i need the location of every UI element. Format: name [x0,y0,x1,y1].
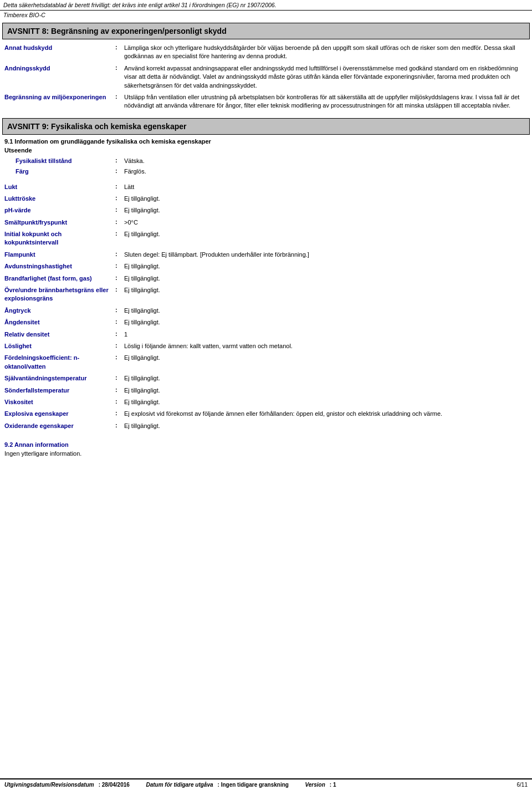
section9-row-4: Initial kokpunkt och kokpunktsintervall … [4,230,528,247]
section92-title: 9.2 Annan information [4,441,528,448]
section9-row-7: Brandfarlighet (fast form, gas) : Ej til… [4,274,528,283]
value-s9-13: Ej tillgängligt. [124,354,528,362]
colon-s9-14: : [115,374,124,381]
value-farg: Färglös. [124,167,528,176]
section9-row-18: Oxiderande egenskaper : Ej tillgängligt. [4,422,528,430]
company-name: Timberex BIO-C [0,11,532,21]
label-andningsskydd: Andningsskydd [4,64,115,73]
label-annat-hudskydd: Annat hudskydd [4,44,115,52]
section9-row-17: Explosiva egenskaper : Ej explosivt vid … [4,410,528,418]
label-s9-2: pH-värde [4,206,115,215]
value-s9-16: Ej tillgängligt. [124,398,528,406]
section9-row-15: Sönderfallstemperatur : Ej tillgängligt. [4,386,528,395]
value-miljoexponeringen: Utsläpp från ventilation eller utrustnin… [124,93,528,110]
section9-row-12: Löslighet : Löslig i följande ämnen: kal… [4,342,528,350]
section9-row-16: Viskositet : Ej tillgängligt. [4,398,528,406]
section91-title: 9.1 Information om grundläggande fysikal… [4,138,532,145]
footer-value1: : 28/04/2016 [99,782,130,788]
footer-label1: Utgivningsdatum/Revisionsdatum [4,782,94,788]
colon-annat-hudskydd: : [115,44,124,50]
row-andningsskydd: Andningsskydd : Använd korrekt avpassat … [4,64,528,90]
section9-row-0: Lukt : Lätt [4,183,528,191]
row-miljoexponeringen: Begränsning av miljöexponeringen : Utslä… [4,93,528,110]
section9-row-14: Självantändningstemperatur : Ej tillgäng… [4,374,528,383]
label-s9-17: Explosiva egenskaper [4,410,115,418]
value-s9-9: Ej tillgängligt. [124,307,528,315]
section9-row-10: Ångdensitet : Ej tillgängligt. [4,318,528,327]
footer-version: : 1 [330,782,336,788]
label-s9-14: Självantändningstemperatur [4,374,115,383]
row-fysikaliskt-tillstand: Fysikaliskt tillstånd : Vätska. [4,157,528,165]
value-s9-4: Ej tillgängligt. [124,230,528,238]
value-s9-7: Ej tillgängligt. [124,274,528,283]
value-s9-10: Ej tillgängligt. [124,318,528,327]
row-annat-hudskydd: Annat hudskydd : Lämpliga skor och ytter… [4,44,528,61]
colon-s9-11: : [115,330,124,337]
colon-miljoexponeringen: : [115,93,124,100]
colon-s9-1: : [115,195,124,201]
colon-s9-18: : [115,422,124,429]
label-s9-15: Sönderfallstemperatur [4,386,115,395]
section8-header: AVSNITT 8: Begränsning av exponeringen/p… [2,23,530,39]
value-andningsskydd: Använd korrekt avpassat andningsapparat … [124,64,528,90]
value-s9-6: Ej tillgängligt. [124,262,528,271]
colon-s9-0: : [115,183,124,190]
label-s9-4: Initial kokpunkt och kokpunktsintervall [4,230,115,247]
value-annat-hudskydd: Lämpliga skor och ytterligare hudskyddså… [124,44,528,61]
label-s9-18: Oxiderande egenskaper [4,422,115,430]
section9-rows: Lukt : Lätt Lukttröske : Ej tillgängligt… [0,181,532,436]
value-s9-5: Sluten degel: Ej tillämpbart. [Produkten… [124,251,528,259]
footer-page: 6/11 [517,782,528,788]
section9-row-11: Relativ densitet : 1 [4,330,528,339]
label-s9-6: Avdunstningshastighet [4,262,115,271]
colon-s9-6: : [115,262,124,269]
section92: 9.2 Annan information Ingen ytterligare … [4,441,528,457]
label-s9-9: Ångtryck [4,307,115,315]
label-s9-0: Lukt [4,183,115,191]
value-s9-1: Ej tillgängligt. [124,195,528,203]
value-s9-18: Ej tillgängligt. [124,422,528,430]
value-s9-15: Ej tillgängligt. [124,386,528,395]
value-s9-2: Ej tillgängligt. [124,206,528,215]
section8-content: Annat hudskydd : Lämpliga skor och ytter… [0,42,532,116]
colon-s9-4: : [115,230,124,237]
utseende-label: Utseende [4,147,532,154]
label-s9-3: Smältpunkt/fryspunkt [4,218,115,227]
footer-label2: Datum för tidigare utgåva [146,782,213,788]
label-fysikaliskt-tillstand: Fysikaliskt tillstånd [16,157,115,165]
row-farg: Färg : Färglös. [4,167,528,176]
colon-fysikaliskt: : [115,157,124,164]
value-s9-11: 1 [124,330,528,339]
value-s9-8: Ej tillgängligt. [124,286,528,294]
colon-s9-12: : [115,342,124,349]
section9-row-5: Flampunkt : Sluten degel: Ej tillämpbart… [4,251,528,259]
colon-s9-9: : [115,307,124,313]
utseende-content: Fysikaliskt tillstånd : Vätska. Färg : F… [0,155,532,181]
colon-s9-17: : [115,410,124,416]
label-s9-1: Lukttröske [4,195,115,203]
section9-row-13: Fördelningskoefficient: n-oktanol/vatten… [4,354,528,371]
section9-row-8: Övre/undre brännbarhetsgräns eller explo… [4,286,528,303]
value-s9-12: Löslig i följande ämnen: kallt vatten, v… [124,342,528,350]
label-s9-13: Fördelningskoefficient: n-oktanol/vatten [4,354,115,371]
section9-header: AVSNITT 9: Fysikaliska och kemiska egens… [2,118,530,135]
label-s9-10: Ångdensitet [4,318,115,327]
footer-value2: : Ingen tidigare granskning [218,782,289,788]
colon-s9-2: : [115,206,124,213]
value-s9-3: >0°C [124,218,528,227]
colon-s9-10: : [115,318,124,325]
section9-row-6: Avdunstningshastighet : Ej tillgängligt. [4,262,528,271]
top-disclaimer: Detta säkerhetsdatablad är berett frivil… [0,0,532,11]
section9-row-9: Ångtryck : Ej tillgängligt. [4,307,528,315]
value-s9-17: Ej explosivt vid förekomst av följande ä… [124,410,528,418]
colon-s9-15: : [115,386,124,393]
footer: Utgivningsdatum/Revisionsdatum : 28/04/2… [0,778,532,790]
colon-farg: : [115,167,124,174]
colon-s9-8: : [115,286,124,293]
label-s9-8: Övre/undre brännbarhetsgräns eller explo… [4,286,115,303]
value-fysikaliskt-tillstand: Vätska. [124,157,528,165]
footer-label3: Version [305,782,325,788]
colon-s9-16: : [115,398,124,405]
label-s9-16: Viskositet [4,398,115,406]
colon-s9-13: : [115,354,124,360]
